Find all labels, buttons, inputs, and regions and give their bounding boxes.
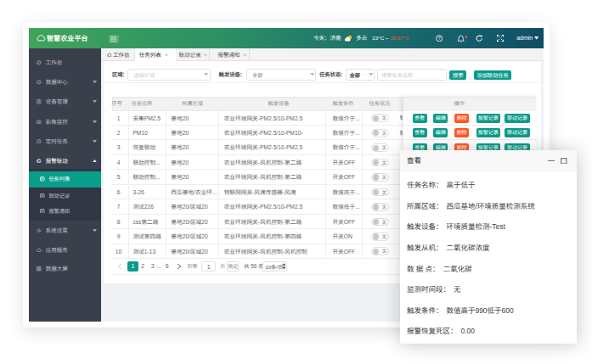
svg-text:?: ? bbox=[438, 36, 441, 41]
